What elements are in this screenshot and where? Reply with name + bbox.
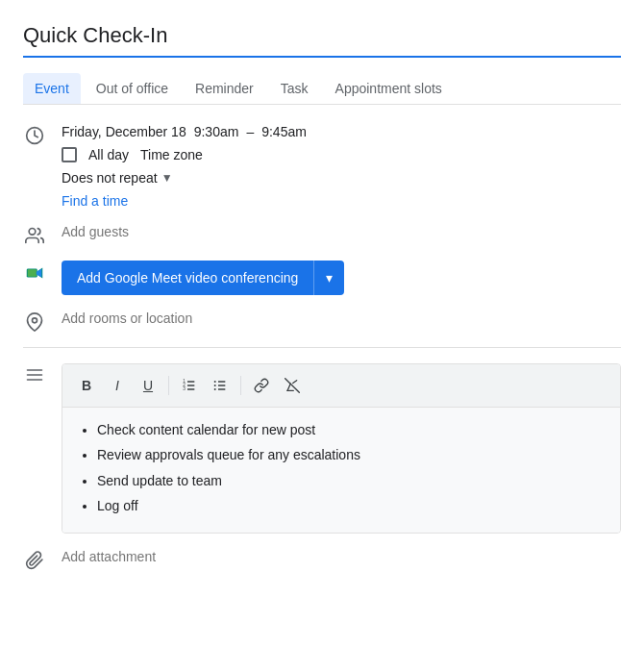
svg-rect-4 — [28, 269, 37, 276]
allday-checkbox[interactable] — [62, 147, 77, 162]
bold-button[interactable]: B — [72, 372, 101, 399]
notes-icon — [23, 365, 46, 385]
ordered-list-button[interactable]: 1 2 3 — [175, 372, 204, 399]
repeat-label: Does not repeat — [62, 170, 158, 186]
time-start-link[interactable]: 9:30am — [194, 124, 239, 139]
guests-icon — [23, 226, 46, 245]
guests-input[interactable] — [62, 224, 621, 239]
meet-dropdown-button[interactable]: ▾ — [313, 261, 344, 295]
list-item: Log off — [97, 495, 605, 516]
repeat-selector[interactable]: Does not repeat ▼ — [62, 170, 621, 186]
tab-task[interactable]: Task — [269, 73, 320, 104]
attachment-icon — [23, 551, 46, 570]
description-body[interactable]: Check content calendar for new post Revi… — [62, 408, 620, 533]
list-item: Send update to team — [97, 470, 605, 491]
add-meet-button[interactable]: Add Google Meet video conferencing — [62, 261, 313, 295]
editor-toolbar: B I U 1 2 3 — [62, 364, 620, 408]
tab-reminder[interactable]: Reminder — [184, 73, 265, 104]
svg-text:3: 3 — [183, 386, 186, 391]
meet-button-wrap: Add Google Meet video conferencing ▾ — [62, 261, 621, 295]
date-link[interactable]: Friday, December 18 — [62, 124, 186, 139]
notes-row: B I U 1 2 3 — [23, 363, 621, 534]
svg-point-20 — [214, 385, 216, 386]
editor-content: B I U 1 2 3 — [62, 363, 621, 534]
remove-formatting-button[interactable] — [278, 372, 307, 399]
repeat-chevron-icon: ▼ — [161, 171, 173, 185]
list-item: Check content calendar for new post — [97, 419, 605, 440]
find-time-link[interactable]: Find a time — [62, 193, 621, 209]
event-title-input[interactable]: Quick Check-In — [23, 19, 621, 58]
svg-point-19 — [214, 381, 216, 383]
meet-content: Add Google Meet video conferencing ▾ — [62, 261, 621, 295]
section-divider — [23, 347, 621, 348]
notes-list: Check content calendar for new post Revi… — [78, 419, 605, 517]
location-content — [62, 311, 621, 326]
meet-row: Add Google Meet video conferencing ▾ — [23, 261, 621, 295]
italic-button[interactable]: I — [103, 372, 132, 399]
svg-point-21 — [214, 388, 216, 390]
allday-line: All day Time zone — [62, 147, 621, 162]
meet-icon — [23, 262, 46, 284]
allday-label: All day — [88, 147, 129, 162]
tab-out-of-office[interactable]: Out of office — [85, 73, 180, 104]
attachment-input[interactable] — [62, 549, 621, 564]
datetime-row: Friday, December 18 9:30am – 9:45am All … — [23, 124, 621, 209]
toolbar-divider-1 — [168, 376, 169, 395]
location-icon — [23, 312, 46, 332]
datetime-content: Friday, December 18 9:30am – 9:45am All … — [62, 124, 621, 209]
list-item: Review approvals queue for any escalatio… — [97, 444, 605, 465]
tab-event[interactable]: Event — [23, 73, 81, 104]
meet-arrow-icon: ▾ — [326, 270, 333, 286]
event-type-tabs: Event Out of office Reminder Task Appoin… — [23, 73, 621, 105]
toolbar-divider-2 — [240, 376, 241, 395]
time-end-link[interactable]: 9:45am — [261, 124, 307, 139]
svg-point-1 — [29, 229, 36, 236]
guests-content — [62, 224, 621, 239]
attachment-content — [62, 549, 621, 564]
guests-row — [23, 224, 621, 245]
location-input[interactable] — [62, 311, 621, 326]
datetime-line: Friday, December 18 9:30am – 9:45am — [62, 124, 621, 139]
time-separator: – — [246, 124, 254, 139]
attachment-row — [23, 549, 621, 570]
tab-appointment-slots[interactable]: Appointment slots — [324, 73, 454, 104]
clock-icon — [23, 126, 46, 145]
unordered-list-button[interactable] — [206, 372, 235, 399]
link-button[interactable] — [247, 372, 276, 399]
timezone-link[interactable]: Time zone — [140, 147, 203, 162]
location-row — [23, 311, 621, 332]
description-editor: B I U 1 2 3 — [62, 363, 621, 534]
underline-button[interactable]: U — [134, 372, 162, 399]
svg-point-6 — [33, 318, 37, 323]
